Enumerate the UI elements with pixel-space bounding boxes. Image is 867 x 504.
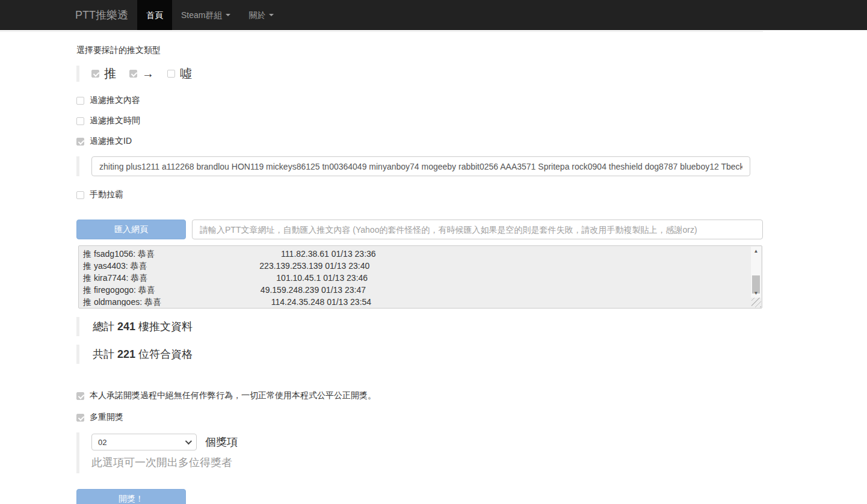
id-filter-input[interactable]	[91, 156, 750, 176]
nav-item-about[interactable]: 關於	[239, 0, 283, 30]
prize-count-select[interactable]: 02	[91, 434, 197, 450]
fairness-promise-row: 本人承諾開獎過程中絕無任何作弊行為，一切正常使用本程式公平公正開獎。	[76, 390, 782, 401]
nav-item-home-label: 首頁	[146, 0, 163, 30]
total-pushes-stat: 總計 241 樓推文資料	[76, 317, 782, 336]
prize-count-section: 02 個獎項 此選項可一次開出多位得獎者	[76, 432, 782, 473]
chevron-down-icon	[269, 14, 274, 16]
push-content-text: 推 fsadg1056: 恭喜 111.82.38.61 01/13 23:36…	[83, 248, 750, 306]
eligible-stat-count: 221	[117, 348, 135, 361]
push-type-option-push: 推	[91, 66, 116, 82]
push-type-push-checkbox[interactable]	[91, 70, 99, 78]
multi-draw-row: 多重開獎	[76, 412, 782, 423]
eligible-stat-suffix: 位符合資格	[138, 347, 193, 361]
filter-time-label: 過濾推文時間	[90, 115, 140, 126]
nav-item-about-label: 關於	[248, 0, 265, 30]
section-left-bar	[76, 156, 79, 176]
total-stat-count: 241	[117, 321, 135, 333]
import-row: 匯入網頁	[76, 220, 782, 239]
filter-time-checkbox[interactable]	[76, 117, 84, 125]
manual-slot-row: 手動拉霸	[76, 189, 782, 200]
push-type-section-label: 選擇要採計的推文類型	[76, 45, 782, 56]
main-content: 選擇要採計的推文類型 推 → 噓 過濾推文內容 過濾推文時間 過濾推文ID	[0, 32, 782, 504]
push-content-textarea[interactable]: 推 fsadg1056: 恭喜 111.82.38.61 01/13 23:36…	[78, 245, 762, 309]
filter-time-row: 過濾推文時間	[76, 115, 782, 126]
multi-draw-label: 多重開獎	[90, 412, 123, 423]
filter-content-label: 過濾推文內容	[90, 95, 140, 106]
multi-draw-hint: 此選項可一次開出多位得獎者	[91, 455, 238, 470]
prize-count-selected-value: 02	[98, 438, 106, 447]
filter-content-checkbox[interactable]	[76, 97, 84, 105]
push-type-options: 推 → 噓	[76, 63, 782, 84]
filter-id-checkbox[interactable]	[76, 138, 84, 146]
fairness-promise-label: 本人承諾開獎過程中絕無任何作弊行為，一切正常使用本程式公平公正開獎。	[90, 390, 376, 401]
scroll-down-arrow-icon[interactable]: ▼	[751, 289, 761, 298]
prize-count-suffix-label: 個獎項	[205, 435, 238, 449]
section-left-bar	[76, 66, 79, 82]
import-page-button[interactable]: 匯入網頁	[76, 220, 186, 239]
article-url-input[interactable]	[192, 220, 763, 239]
fairness-promise-checkbox[interactable]	[76, 392, 84, 400]
section-left-bar	[76, 432, 79, 473]
filter-id-row: 過濾推文ID	[76, 136, 782, 147]
push-type-push-label: 推	[104, 66, 116, 82]
total-stat-suffix: 樓推文資料	[138, 319, 193, 334]
navbar-brand[interactable]: PTT推樂透	[66, 0, 137, 30]
chevron-down-icon	[226, 14, 230, 16]
push-type-boo-checkbox[interactable]	[167, 70, 175, 78]
textarea-scrollbar[interactable]: ▲ ▼	[751, 247, 761, 298]
nav-item-steam-group-label: Steam群組	[181, 0, 222, 30]
manual-slot-checkbox[interactable]	[76, 191, 84, 199]
push-type-option-arrow: →	[129, 67, 154, 81]
nav-item-home[interactable]: 首頁	[137, 0, 172, 30]
total-stat-prefix: 總計	[93, 319, 114, 334]
push-type-option-boo: 噓	[167, 66, 192, 82]
resize-grip-icon[interactable]	[751, 298, 761, 307]
section-left-bar	[76, 317, 79, 336]
filter-content-row: 過濾推文內容	[76, 95, 782, 106]
chevron-down-icon	[185, 438, 192, 444]
nav-item-steam-group[interactable]: Steam群組	[172, 0, 239, 30]
eligible-stat-prefix: 共計	[93, 347, 114, 361]
scroll-up-arrow-icon[interactable]: ▲	[751, 247, 761, 256]
id-filter-row	[76, 156, 782, 176]
manual-slot-label: 手動拉霸	[90, 189, 123, 200]
push-type-boo-label: 噓	[180, 66, 192, 82]
section-left-bar	[76, 345, 79, 364]
multi-draw-checkbox[interactable]	[76, 414, 84, 422]
push-type-arrow-label: →	[142, 67, 154, 81]
push-type-arrow-checkbox[interactable]	[129, 70, 137, 78]
filter-id-label: 過濾推文ID	[90, 136, 132, 147]
navbar: PTT推樂透 首頁 Steam群組 關於	[0, 0, 867, 30]
draw-button[interactable]: 開獎！	[76, 489, 186, 504]
eligible-users-stat: 共計 221 位符合資格	[76, 345, 782, 364]
